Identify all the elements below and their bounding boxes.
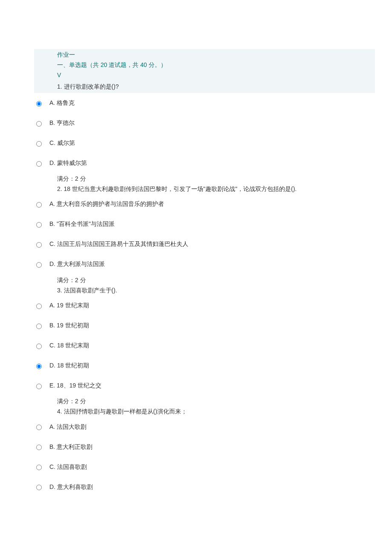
option-label: B. "百科全书派"与法国派 [49, 220, 115, 228]
option-row: D. 意大利派与法国派 [34, 254, 375, 275]
option-row: A. 格鲁克 [34, 93, 375, 113]
option-row: C. 法国王后与法国国王路易十五及其情妇蓬巴杜夫人 [34, 234, 375, 254]
score-text: 满分：2 分 [34, 173, 375, 184]
option-row: D. 18 世纪初期 [34, 356, 375, 376]
option-label: D. 18 世纪初期 [49, 361, 89, 370]
option-row: B. 19 世纪初期 [34, 315, 375, 335]
question-text: 1. 进行歌剧改革的是()? [34, 81, 375, 93]
option-label: D. 蒙特威尔第 [49, 159, 87, 168]
option-label: B. 亨德尔 [49, 119, 75, 127]
option-row: E. 18、19 世纪之交 [34, 376, 375, 396]
option-row: B. 意大利正歌剧 [34, 437, 375, 457]
option-radio[interactable] [36, 121, 42, 127]
option-label: A. 意大利音乐的拥护者与法国音乐的拥护者 [49, 200, 164, 208]
assignment-title: 作业一 [57, 50, 373, 60]
option-radio[interactable] [36, 304, 42, 309]
option-row: A. 意大利音乐的拥护者与法国音乐的拥护者 [34, 194, 375, 214]
option-radio[interactable] [36, 222, 42, 228]
option-label: C. 法国喜歌剧 [49, 463, 87, 471]
option-radio[interactable] [36, 141, 42, 147]
question-text: 4. 法国抒情歌剧与趣歌剧一样都是从()演化而来； [34, 407, 375, 417]
option-label: D. 意大利喜歌剧 [49, 483, 93, 491]
option-row: B. 亨德尔 [34, 113, 375, 133]
option-radio[interactable] [36, 364, 42, 369]
option-radio[interactable] [36, 101, 42, 107]
option-radio[interactable] [36, 485, 42, 490]
option-row: D. 意大利喜歌剧 [34, 477, 375, 497]
option-radio[interactable] [36, 202, 42, 208]
option-row: B. "百科全书派"与法国派 [34, 214, 375, 234]
option-radio[interactable] [36, 262, 42, 268]
option-radio[interactable] [36, 242, 42, 248]
option-radio[interactable] [36, 161, 42, 167]
option-label: B. 意大利正歌剧 [49, 443, 92, 451]
option-radio[interactable] [36, 465, 42, 470]
option-label: E. 18、19 世纪之交 [49, 382, 101, 390]
question-text: 2. 18 世纪当意大利趣歌剧传到法国巴黎时，引发了一场"趣歌剧论战"，论战双方… [34, 184, 375, 194]
option-row: D. 蒙特威尔第 [34, 153, 375, 173]
option-radio[interactable] [36, 425, 42, 430]
option-radio[interactable] [36, 445, 42, 450]
option-label: C. 法国王后与法国国王路易十五及其情妇蓬巴杜夫人 [49, 240, 188, 249]
option-label: C. 18 世纪末期 [49, 341, 89, 350]
option-radio[interactable] [36, 344, 42, 349]
option-label: C. 威尔第 [49, 139, 75, 147]
option-radio[interactable] [36, 384, 42, 389]
option-label: A. 格鲁克 [49, 99, 75, 107]
option-label: B. 19 世纪初期 [49, 321, 89, 330]
score-text: 满分：2 分 [34, 396, 375, 407]
option-label: D. 意大利派与法国派 [49, 260, 105, 269]
score-text: 满分：2 分 [34, 275, 375, 286]
question-text: 3. 法国喜歌剧产生于(). [34, 286, 375, 296]
option-row: A. 19 世纪末期 [34, 295, 375, 315]
option-row: A. 法国大歌剧 [34, 417, 375, 437]
option-row: C. 18 世纪末期 [34, 335, 375, 356]
option-label: A. 法国大歌剧 [49, 423, 86, 431]
option-row: C. 威尔第 [34, 133, 375, 153]
option-label: A. 19 世纪末期 [49, 301, 89, 310]
section-header: 一、单选题（共 20 道试题，共 40 分。） [57, 60, 373, 70]
option-row: C. 法国喜歌剧 [34, 457, 375, 477]
header-marker: V [57, 70, 373, 81]
option-radio[interactable] [36, 324, 42, 329]
